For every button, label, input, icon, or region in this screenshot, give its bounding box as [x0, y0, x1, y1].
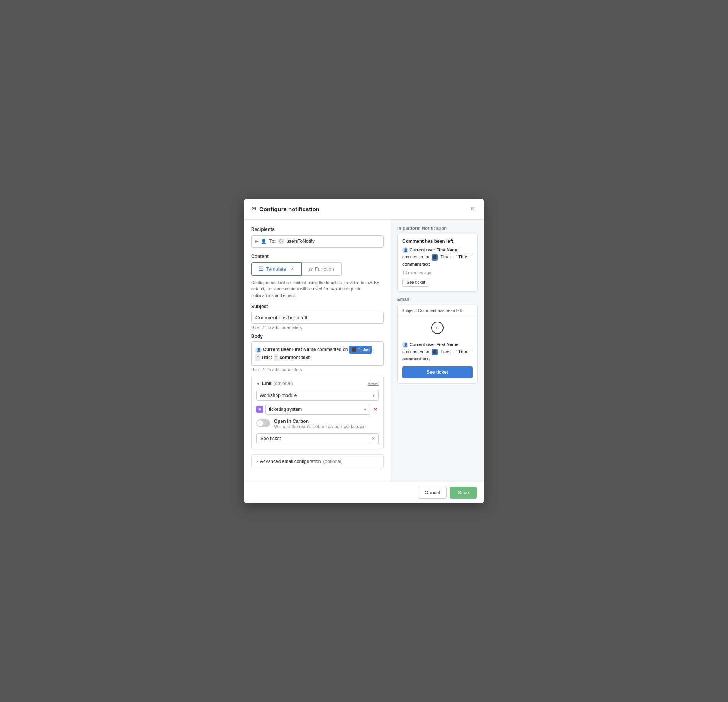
configure-notification-modal: ✉ Configure notification × Recipients ▶ …	[244, 199, 484, 504]
carbon-toggle[interactable]	[256, 419, 270, 427]
email-logo-row: ○	[398, 316, 477, 338]
body-text-4: comment text	[279, 355, 310, 360]
email-quote-1: "	[456, 349, 457, 354]
email-subject: Subject: Comment has been left	[398, 305, 477, 316]
toggle-title: Open in Carbon	[274, 419, 366, 424]
content-label: Content	[251, 254, 384, 259]
to-label: To:	[269, 239, 276, 244]
modal-footer: Cancel Save	[244, 482, 484, 503]
content-tabs: ☰ Template ✓ 𝑓𝑥 Function	[251, 262, 384, 276]
remove-system-button[interactable]: ✕	[373, 405, 379, 413]
system-icon: ⊞	[256, 406, 263, 413]
envelope-icon: ✉	[251, 205, 256, 212]
advanced-row[interactable]: › Advanced email configuration (optional…	[251, 454, 384, 468]
notification-preview-card: Comment has been left 👤 Current user Fir…	[397, 234, 478, 292]
recipients-variable: usersToNotify	[286, 239, 315, 244]
subject-label: Subject	[251, 304, 384, 309]
email-preview-card: Subject: Comment has been left ○ 👤 Curre…	[397, 305, 478, 384]
recipients-label: Recipients	[251, 227, 384, 232]
body-quote-1: "	[255, 354, 260, 362]
notif-time: 10 minutes ago	[402, 270, 473, 275]
notif-box-icon: ⬛	[432, 254, 438, 261]
platform-label: In-platform Notification	[397, 226, 478, 231]
modal-title-group: ✉ Configure notification	[251, 205, 320, 212]
body-user-icon: 👤	[255, 347, 263, 352]
right-panel: In-platform Notification Comment has bee…	[391, 220, 484, 482]
email-body-text-3: Title:	[458, 349, 468, 354]
save-button[interactable]: Save	[450, 487, 477, 499]
recipients-chevron-icon: ▶	[255, 239, 259, 243]
notif-user-icon: 👤	[402, 247, 408, 253]
link-text-row: ✕	[256, 433, 379, 444]
notif-body-text-4: comment text	[402, 262, 430, 266]
email-logo-icon: ○	[431, 322, 444, 334]
recipients-user-icon: 👤	[261, 239, 267, 244]
body-quote-2: "	[274, 354, 278, 362]
body-content: 👤 Current user First Name commented on ⬛…	[255, 346, 379, 361]
body-chevron: ›	[373, 348, 374, 352]
email-body-text-2: commented on	[402, 349, 430, 354]
tab-template-label: Template	[266, 266, 286, 272]
check-icon: ✓	[290, 266, 294, 272]
body-text-3: Title:	[261, 355, 272, 360]
module-select-wrapper: Workshop module ▼	[256, 390, 379, 401]
tab-function[interactable]: 𝑓𝑥 Function	[302, 262, 342, 276]
modal-title: Configure notification	[259, 206, 320, 212]
subject-input[interactable]	[251, 312, 384, 324]
recipients-box[interactable]: ▶ 👤 To: { } usersToNotify	[251, 235, 384, 248]
module-select[interactable]: Workshop module	[256, 390, 379, 401]
link-text-input[interactable]	[256, 433, 368, 444]
link-header: ▼ Link (optional) Reset	[256, 381, 379, 386]
body-hint: Use ` / ` to add parameters.	[251, 367, 384, 372]
email-box-icon: ⬛	[432, 349, 438, 355]
email-label: Email	[397, 297, 478, 302]
box-icon: ⬛	[351, 346, 357, 353]
notif-chevron-icon: ›	[453, 255, 454, 259]
notif-see-ticket-button[interactable]: See ticket	[402, 278, 429, 287]
body-text-2: commented on	[317, 347, 348, 352]
notif-body-text-1: Current user First Name	[410, 248, 458, 252]
toggle-row: Open in Carbon Will use the user's defau…	[256, 419, 379, 429]
email-content: 👤 Current user First Name commented on ⬛…	[398, 338, 477, 383]
notif-chip: Ticket	[439, 254, 452, 259]
tab-function-label: Function	[315, 266, 334, 272]
body-box[interactable]: 👤 Current user First Name commented on ⬛…	[251, 341, 384, 366]
reset-button[interactable]: Reset	[367, 381, 379, 386]
email-quote-2: "	[469, 349, 471, 354]
bracket-icon: { }	[278, 239, 284, 244]
email-body-text-4: comment text	[402, 356, 430, 361]
system-select[interactable]: ticketing system	[265, 404, 370, 415]
toggle-subtitle: Will use the user's default carbon works…	[274, 424, 366, 429]
link-title: ▼ Link (optional)	[256, 381, 293, 386]
email-see-ticket-button[interactable]: See ticket	[402, 366, 473, 378]
modal-body: Recipients ▶ 👤 To: { } usersToNotify Con…	[244, 220, 484, 482]
notif-body: 👤 Current user First Name commented on ⬛…	[402, 246, 473, 268]
left-panel: Recipients ▶ 👤 To: { } usersToNotify Con…	[244, 220, 391, 482]
link-label: Link	[262, 381, 272, 386]
body-label: Body	[251, 334, 384, 339]
advanced-label: Advanced email configuration	[260, 459, 321, 464]
body-chip: ⬛ Ticket	[349, 346, 372, 354]
close-button[interactable]: ×	[468, 204, 477, 214]
toggle-label-group: Open in Carbon Will use the user's defau…	[274, 419, 366, 429]
notif-quote-1: "	[456, 254, 457, 259]
notif-body-text-3: Title:	[458, 254, 468, 259]
system-select-wrapper: ticketing system ▼	[265, 404, 370, 415]
email-body-text-1: Current user First Name	[410, 342, 458, 347]
email-chip: Ticket	[439, 349, 452, 354]
cancel-button[interactable]: Cancel	[418, 487, 447, 499]
notif-body-text-2: commented on	[402, 254, 430, 259]
content-section: Content ☰ Template ✓ 𝑓𝑥 Function Configu…	[251, 254, 384, 299]
link-text-clear-button[interactable]: ✕	[368, 433, 379, 444]
body-text-1: Current user First Name	[263, 347, 316, 352]
template-icon: ☰	[259, 266, 264, 272]
modal-header: ✉ Configure notification ×	[244, 199, 484, 220]
tab-template[interactable]: ☰ Template ✓	[251, 262, 302, 276]
system-row: ⊞ ticketing system ▼ ✕	[256, 404, 379, 415]
module-row: Workshop module ▼	[256, 390, 379, 401]
collapse-icon[interactable]: ▼	[256, 382, 260, 386]
link-optional: (optional)	[274, 381, 293, 386]
email-body: 👤 Current user First Name commented on ⬛…	[402, 341, 473, 363]
link-section: ▼ Link (optional) Reset Workshop module …	[251, 376, 384, 449]
notif-title: Comment has been left	[402, 239, 473, 244]
